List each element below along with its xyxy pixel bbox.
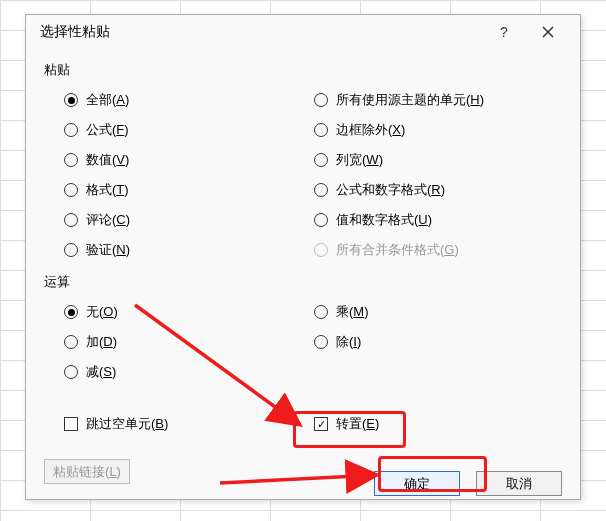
paste-radio[interactable]: 值和数字格式(U) — [294, 205, 544, 235]
radio-label: 验证(N) — [86, 241, 130, 259]
paste-radio[interactable]: 公式(F) — [44, 115, 294, 145]
radio-label: 除(I) — [336, 333, 361, 351]
radio-icon — [64, 93, 78, 107]
close-button[interactable] — [526, 17, 570, 47]
radio-label: 值和数字格式(U) — [336, 211, 432, 229]
radio-label: 公式(F) — [86, 121, 129, 139]
radio-icon — [64, 335, 78, 349]
paste-radio[interactable]: 列宽(W) — [294, 145, 544, 175]
radio-label: 公式和数字格式(R) — [336, 181, 445, 199]
radio-label: 乘(M) — [336, 303, 369, 321]
paste-special-dialog: 选择性粘贴 ? 粘贴 全部(A)所有使用源主题的单元(H)公式(F)边框除外(X… — [25, 14, 581, 500]
paste-radio[interactable]: 验证(N) — [44, 235, 294, 265]
radio-label: 格式(T) — [86, 181, 129, 199]
radio-icon — [314, 93, 328, 107]
paste-radio[interactable]: 数值(V) — [44, 145, 294, 175]
title-bar: 选择性粘贴 ? — [26, 15, 580, 49]
transpose-label: 转置(E) — [336, 415, 379, 433]
paste-radio[interactable]: 边框除外(X) — [294, 115, 544, 145]
radio-icon — [64, 243, 78, 257]
operation-radio[interactable]: 除(I) — [294, 327, 544, 357]
radio-icon — [64, 183, 78, 197]
operation-radio[interactable]: 乘(M) — [294, 297, 544, 327]
radio-label: 全部(A) — [86, 91, 129, 109]
skip-blanks-checkbox[interactable]: 跳过空单元(B) — [44, 409, 294, 439]
radio-icon — [64, 365, 78, 379]
radio-icon — [314, 243, 328, 257]
radio-label: 加(D) — [86, 333, 117, 351]
transpose-checkbox[interactable]: 转置(E) — [294, 409, 544, 439]
radio-label: 无(O) — [86, 303, 118, 321]
cancel-button[interactable]: 取消 — [476, 471, 562, 496]
operation-options: 无(O)乘(M)加(D)除(I)减(S) — [44, 297, 562, 387]
radio-icon — [64, 305, 78, 319]
radio-icon — [314, 335, 328, 349]
radio-icon — [314, 213, 328, 227]
skip-blanks-label: 跳过空单元(B) — [86, 415, 168, 433]
paste-radio: 所有合并条件格式(G) — [294, 235, 544, 265]
operation-group-label: 运算 — [44, 265, 562, 297]
radio-icon — [314, 305, 328, 319]
radio-icon — [314, 123, 328, 137]
radio-label: 数值(V) — [86, 151, 129, 169]
operation-radio[interactable]: 加(D) — [44, 327, 294, 357]
radio-icon — [314, 183, 328, 197]
radio-label: 列宽(W) — [336, 151, 383, 169]
radio-label: 减(S) — [86, 363, 116, 381]
operation-radio[interactable]: 减(S) — [44, 357, 294, 387]
paste-radio[interactable]: 全部(A) — [44, 85, 294, 115]
radio-icon — [314, 153, 328, 167]
paste-link-button[interactable]: 粘贴链接(L) — [44, 459, 130, 484]
help-button[interactable]: ? — [482, 17, 526, 47]
radio-icon — [64, 123, 78, 137]
radio-icon — [64, 153, 78, 167]
paste-radio[interactable]: 公式和数字格式(R) — [294, 175, 544, 205]
radio-icon — [64, 213, 78, 227]
radio-label: 边框除外(X) — [336, 121, 405, 139]
paste-radio[interactable]: 格式(T) — [44, 175, 294, 205]
paste-radio[interactable]: 所有使用源主题的单元(H) — [294, 85, 544, 115]
dialog-title: 选择性粘贴 — [40, 23, 482, 41]
close-icon — [542, 26, 554, 38]
radio-label: 评论(C) — [86, 211, 130, 229]
operation-radio[interactable]: 无(O) — [44, 297, 294, 327]
radio-label: 所有使用源主题的单元(H) — [336, 91, 484, 109]
paste-group-label: 粘贴 — [44, 53, 562, 85]
radio-label: 所有合并条件格式(G) — [336, 241, 459, 259]
paste-radio[interactable]: 评论(C) — [44, 205, 294, 235]
paste-options: 全部(A)所有使用源主题的单元(H)公式(F)边框除外(X)数值(V)列宽(W)… — [44, 85, 562, 265]
ok-button[interactable]: 确定 — [374, 471, 460, 496]
